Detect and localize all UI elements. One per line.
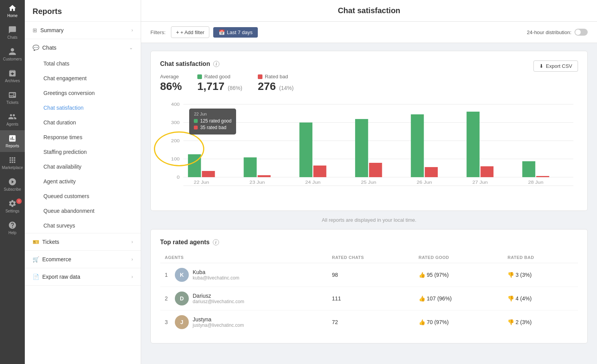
bar-good-0[interactable] [188,154,201,177]
add-filter-label: + Add filter [180,29,204,35]
sidebar-item-queue-abandonment[interactable]: Queue abandonment [25,204,141,218]
agent-avatar: K [175,268,189,282]
svg-text:25 Jun: 25 Jun [361,180,376,185]
col-rated-chats: RATED CHATS [327,252,414,263]
agent-name: Dariusz [193,293,244,299]
download-icon: ⬇ [539,63,544,69]
date-range-button[interactable]: 📅 Last 7 days [213,27,258,38]
stat-rated-good: Rated good 1,717 (86%) [197,74,242,93]
export-csv-button[interactable]: ⬇ Export CSV [533,60,578,72]
bar-bad-4[interactable] [425,167,438,177]
summary-chevron: › [131,28,133,33]
bar-bad-1[interactable] [258,175,271,177]
agent-name: Kuba [193,269,239,275]
sidebar-item-chat-engagement[interactable]: Chat engagement [25,71,141,86]
export-csv-label: Export CSV [546,63,572,69]
agents-table-body: 1 K Kuba kuba@livechatinc.com 98 👍 95 (9… [160,263,578,334]
top-agents-title: Top rated agents i [160,239,578,246]
top-agents-info-icon[interactable]: i [213,239,219,245]
sidebar-item-greetings-conversion[interactable]: Greetings conversion [25,86,141,100]
bar-good-5[interactable] [467,112,480,177]
svg-text:27 Jun: 27 Jun [473,180,488,185]
svg-text:200: 200 [171,138,179,143]
bar-good-2[interactable] [299,122,312,177]
stat-good-pct: (86%) [228,85,242,91]
bar-bad-3[interactable] [369,163,382,177]
stat-average: Average 86% [160,74,182,93]
nav-reports[interactable]: Reports [0,130,25,152]
bar-good-4[interactable] [411,114,424,177]
sidebar-item-chat-duration[interactable]: Chat duration [25,115,141,130]
nav-subscribe[interactable]: Subscribe [0,174,25,195]
bar-bad-2[interactable] [313,166,326,177]
sidebar-item-ecommerce[interactable]: 🛒 Ecommerce › [25,251,141,268]
date-range-label: Last 7 days [227,29,253,35]
filters-bar: Filters: + + Add filter 📅 Last 7 days 24… [141,22,597,43]
col-rated-good: RATED GOOD [414,252,503,263]
icon-nav: Home Chats Customers Archives Tickets Ag… [0,0,25,364]
sidebar-item-summary[interactable]: ⊞ Summary › [25,22,141,39]
bar-good-6[interactable] [522,161,535,177]
bar-good-1[interactable] [244,157,257,177]
bar-bad-0[interactable] [202,171,215,177]
add-filter-button[interactable]: + + Add filter [171,26,209,38]
nav-settings[interactable]: ! Settings [0,195,25,217]
rated-bad-cell: 👎 2 (3%) [503,311,578,334]
nav-customers[interactable]: Customers [0,43,25,65]
sidebar-item-chat-availability[interactable]: Chat availability [25,159,141,174]
stats-row: Average 86% Rated good 1,717 (86%) [160,74,578,93]
rated-good-value: 107 (96%) [427,295,452,302]
agent-cell: 3 J Justyna justyna@livechatinc.com [165,315,323,329]
sidebar-item-export-raw-data[interactable]: 📄 Export raw data › [25,268,141,285]
chats-chevron: ⌄ [129,45,133,50]
sidebar-item-total-chats[interactable]: Total chats [25,56,141,71]
main-content: Chat satisfaction i ⬇ Export CSV Average… [141,43,597,364]
svg-text:0: 0 [177,175,180,180]
nav-chats[interactable]: Chats [0,22,25,43]
nav-marketplace[interactable]: Marketplace [0,152,25,174]
nav-tickets[interactable]: Tickets [0,87,25,109]
sidebar-item-chat-surveys[interactable]: Chat surveys [25,218,141,233]
sidebar-item-agent-activity[interactable]: Agent activity [25,174,141,189]
main-header: Chat satisfaction [141,0,597,22]
agent-cell: 1 K Kuba kuba@livechatinc.com [165,268,323,282]
nav-agents[interactable]: Agents [0,109,25,130]
chart-info-icon[interactable]: i [213,61,219,67]
table-row: 3 J Justyna justyna@livechatinc.com 72 👍… [160,311,578,334]
distribution-label-text: 24-hour distribution: [527,29,571,35]
agent-email: justyna@livechatinc.com [193,323,244,328]
svg-text:300: 300 [171,120,179,125]
stat-good-values: 1,717 (86%) [197,80,242,93]
sidebar-section-chats: 💬 Chats ⌄ Total chats Chat engagement Gr… [25,39,141,233]
sidebar-item-staffing-prediction[interactable]: Staffing prediction [25,145,141,159]
rated-bad-value: 4 (4%) [516,295,531,302]
stat-good-value: 1,717 [197,80,224,92]
bar-good-3[interactable] [355,119,368,177]
agent-avatar: J [175,315,189,329]
sidebar-item-tickets[interactable]: 🎫 Tickets › [25,233,141,250]
bar-bad-5[interactable] [480,166,493,177]
rated-bad-cell: 👎 4 (4%) [503,287,578,311]
sidebar-item-chats-header[interactable]: 💬 Chats ⌄ [25,39,141,56]
nav-help[interactable]: Help [0,217,25,239]
sidebar-item-chat-satisfaction[interactable]: Chat satisfaction [25,100,141,115]
thumb-down-icon: 👎 [507,295,514,302]
rank-num: 3 [165,319,171,325]
sidebar-section-ecommerce: 🛒 Ecommerce › [25,251,141,268]
agents-table-head: AGENTS RATED CHATS RATED GOOD RATED BAD [160,252,578,263]
distribution-toggle[interactable] [575,29,588,36]
thumb-up-icon: 👍 [419,295,425,302]
page-title: Chat satisfaction [338,6,400,15]
rated-bad-cell: 👎 3 (3%) [503,263,578,287]
sidebar-item-response-times[interactable]: Response times [25,130,141,145]
sidebar-section-summary: ⊞ Summary › [25,22,141,39]
stat-bad-label: Rated bad [258,74,294,79]
bar-bad-6[interactable] [536,176,549,177]
rated-good-cell: 👍 107 (96%) [414,287,503,311]
nav-archives[interactable]: Archives [0,65,25,87]
svg-text:400: 400 [171,102,179,107]
sidebar-item-queued-customers[interactable]: Queued customers [25,189,141,204]
svg-text:26 Jun: 26 Jun [417,180,432,185]
nav-home[interactable]: Home [0,0,25,22]
svg-text:24 Jun: 24 Jun [305,180,321,185]
